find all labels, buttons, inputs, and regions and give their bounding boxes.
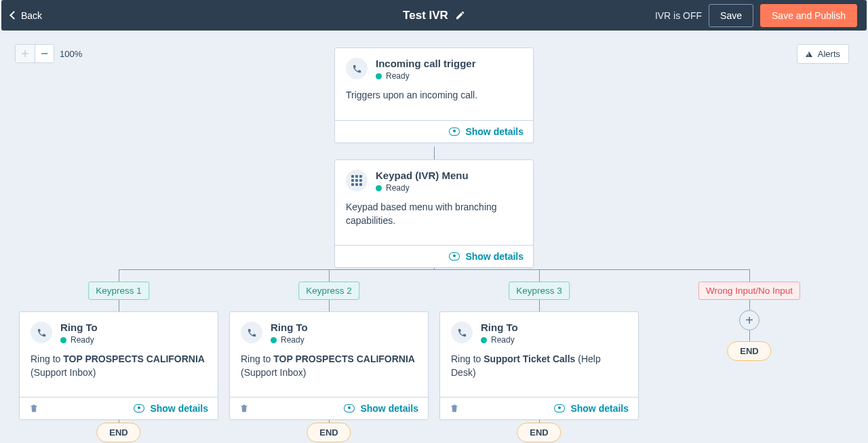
wrong-input-chip[interactable]: Wrong Input/No Input (698, 282, 800, 300)
phone-icon (241, 322, 262, 343)
trigger-card[interactable]: Incoming call trigger Ready Triggers upo… (334, 47, 534, 143)
eye-icon (449, 128, 460, 136)
keypress-3-chip[interactable]: Keypress 3 (509, 282, 570, 300)
edit-title-icon[interactable] (455, 10, 465, 20)
show-details-button[interactable]: Show details (554, 403, 629, 414)
card-description: Ring to TOP PROSPECTS CALIFORNIA (Suppor… (230, 349, 428, 397)
delete-icon[interactable] (450, 403, 459, 414)
workflow-canvas[interactable]: Incoming call trigger Ready Triggers upo… (0, 31, 868, 443)
back-button[interactable]: Back (11, 10, 42, 21)
phone-icon (31, 322, 52, 343)
card-status: Ready (71, 335, 94, 345)
back-label: Back (21, 10, 42, 21)
save-button[interactable]: Save (709, 4, 753, 27)
ring-to-card-2[interactable]: Ring To Ready Ring to TOP PROSPECTS CALI… (229, 311, 429, 420)
card-title: Ring To (481, 322, 518, 334)
show-details-button[interactable]: Show details (449, 126, 524, 137)
eye-icon (134, 404, 144, 412)
connector (749, 330, 750, 341)
phone-icon (451, 322, 473, 343)
card-description: Ring to Support Ticket Calls (Help Desk) (440, 349, 638, 397)
ivr-status: IVR is OFF (655, 10, 702, 21)
card-status: Ready (281, 335, 304, 345)
card-title: Incoming call trigger (376, 58, 476, 70)
show-details-button[interactable]: Show details (344, 403, 418, 414)
chevron-left-icon (9, 11, 18, 20)
phone-icon (346, 58, 368, 79)
eye-icon (449, 252, 460, 261)
card-status: Ready (386, 71, 410, 81)
save-publish-button[interactable]: Save and Publish (760, 4, 857, 27)
card-title: Keypad (IVR) Menu (376, 170, 469, 182)
card-status: Ready (386, 183, 410, 193)
end-badge: END (517, 423, 561, 442)
delete-icon[interactable] (29, 403, 39, 414)
card-title: Ring To (60, 322, 98, 334)
end-badge: END (307, 423, 351, 442)
page-title: Test IVR (403, 9, 448, 22)
status-dot-icon (271, 337, 277, 343)
card-title: Ring To (271, 322, 308, 334)
card-description: Triggers upon an incoming call. (335, 85, 533, 120)
keypad-icon (346, 170, 368, 191)
connector (434, 147, 435, 159)
delete-icon[interactable] (239, 403, 249, 414)
eye-icon (344, 404, 355, 412)
status-dot-icon (376, 185, 382, 191)
end-badge: END (96, 423, 140, 442)
end-badge: END (727, 341, 771, 361)
status-dot-icon (376, 73, 382, 79)
show-details-button[interactable]: Show details (449, 251, 524, 262)
card-description: Keypad based menu with branching capabil… (335, 197, 533, 245)
eye-icon (554, 404, 565, 412)
connector (119, 269, 749, 270)
keypad-menu-card[interactable]: Keypad (IVR) Menu Ready Keypad based men… (334, 159, 534, 268)
show-details-button[interactable]: Show details (134, 403, 208, 414)
keypress-2-chip[interactable]: Keypress 2 (298, 282, 359, 300)
app-header: Back Test IVR IVR is OFF Save Save and P… (1, 0, 867, 31)
status-dot-icon (481, 337, 487, 343)
ring-to-card-3[interactable]: Ring To Ready Ring to Support Ticket Cal… (439, 311, 639, 420)
status-dot-icon (60, 337, 66, 343)
card-description: Ring to TOP PROSPECTS CALIFORNIA (Suppor… (20, 349, 218, 397)
keypress-1-chip[interactable]: Keypress 1 (88, 282, 149, 300)
ring-to-card-1[interactable]: Ring To Ready Ring to TOP PROSPECTS CALI… (19, 311, 218, 420)
add-step-button[interactable]: + (739, 310, 760, 330)
card-status: Ready (491, 335, 515, 345)
